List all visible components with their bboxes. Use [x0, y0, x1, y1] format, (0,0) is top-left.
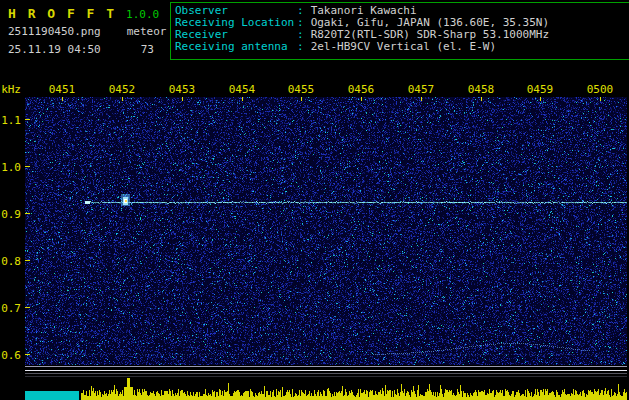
time-tick-label: 0458	[464, 83, 498, 96]
file-row: 2511190450.pngmeteor	[8, 25, 166, 38]
freq-tick-label: 0.6	[0, 349, 21, 362]
hrofft-output-window: H R O F F T1.0.0 2511190450.pngmeteor 25…	[0, 0, 629, 400]
time-tick-label: 0455	[284, 83, 318, 96]
info-value: 2el-HB9CV Vertical (el. E-W)	[311, 41, 496, 53]
app-title: H R O F F T	[8, 6, 116, 21]
time-tick-label: 0459	[523, 83, 557, 96]
info-label: Receiving antenna	[175, 41, 297, 53]
time-tick-label: 0452	[105, 83, 139, 96]
signal-level-canvas	[25, 365, 627, 400]
freq-tick-label: 0.8	[0, 255, 21, 268]
freq-tick-label: 1.1	[0, 114, 21, 127]
time-tick-label: 0453	[165, 83, 199, 96]
app-version: 1.0.0	[126, 8, 159, 21]
info-row-antenna: Receiving antenna:2el-HB9CV Vertical (el…	[175, 41, 627, 53]
info-colon: :	[297, 41, 304, 53]
filename: 2511190450.png	[8, 25, 101, 38]
time-tick-label: 0500	[583, 83, 617, 96]
time-tick-label: 0451	[45, 83, 79, 96]
time-row: 25.11.19 04:5073	[8, 43, 154, 56]
freq-tick-label: 0.9	[0, 208, 21, 221]
freq-tick-label: 0.7	[0, 302, 21, 315]
title-row: H R O F F T1.0.0	[8, 3, 159, 22]
observation-mode: meteor	[127, 25, 167, 38]
echo-count: 73	[141, 43, 154, 56]
spectrogram-canvas	[25, 97, 627, 365]
freq-tick-label: 1.0	[0, 161, 21, 174]
time-tick-label: 0456	[344, 83, 378, 96]
timestamp: 25.11.19 04:50	[8, 43, 101, 56]
station-info-panel: Observer:Takanori Kawachi Receiving Loca…	[170, 2, 629, 60]
time-tick-label: 0454	[225, 83, 259, 96]
freq-axis-unit: kHz	[0, 83, 21, 96]
time-tick-label: 0457	[404, 83, 438, 96]
